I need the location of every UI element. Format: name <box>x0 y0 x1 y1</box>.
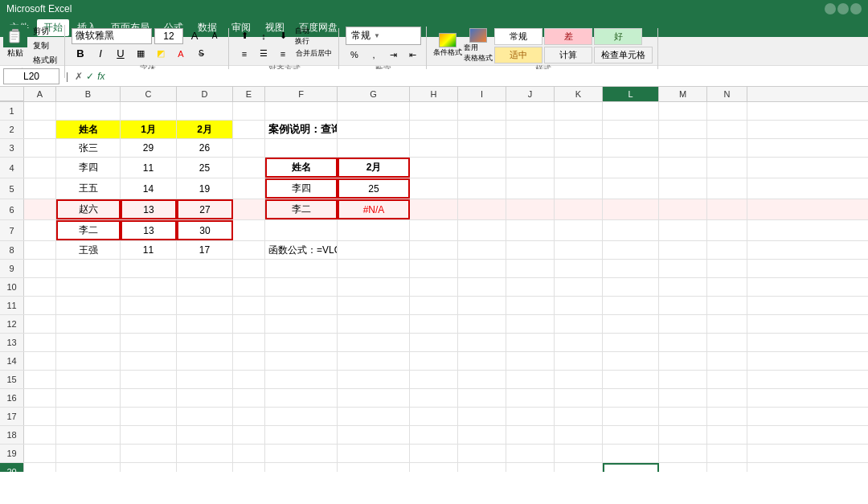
align-bottom-btn[interactable]: ⬇ <box>274 28 292 44</box>
cell-n4[interactable] <box>707 158 747 178</box>
cell-j2[interactable] <box>506 121 555 138</box>
cell-m15[interactable] <box>659 371 707 388</box>
cell-b3[interactable]: 张三 <box>56 139 121 157</box>
row-header-13[interactable]: 13 <box>0 334 24 351</box>
cell-f6[interactable]: 李二 <box>265 199 338 219</box>
cell-k9[interactable] <box>555 260 603 277</box>
cell-j17[interactable] <box>506 408 555 425</box>
cell-c1[interactable] <box>121 102 177 120</box>
cell-n1[interactable] <box>707 102 747 120</box>
cell-k2[interactable] <box>555 121 603 138</box>
cell-m13[interactable] <box>659 334 707 351</box>
cell-e6[interactable] <box>233 199 265 219</box>
col-header-d[interactable]: D <box>177 87 233 101</box>
cell-k16[interactable] <box>555 389 603 407</box>
cell-i5[interactable] <box>458 178 506 199</box>
cell-i6[interactable] <box>458 199 506 219</box>
row-header-16[interactable]: 16 <box>0 389 24 407</box>
cell-a19[interactable] <box>24 445 56 462</box>
cell-n16[interactable] <box>707 389 747 407</box>
cell-a4[interactable] <box>24 158 56 178</box>
cell-e20[interactable] <box>233 463 265 472</box>
decrease-decimal-btn[interactable]: ⇤ <box>403 47 421 63</box>
cell-a5[interactable] <box>24 178 56 199</box>
cell-l11[interactable] <box>603 297 659 314</box>
cell-m19[interactable] <box>659 445 707 462</box>
strikethrough-button[interactable]: S̶ <box>192 46 210 62</box>
cond-format-button[interactable]: 条件格式 <box>433 33 462 58</box>
cell-b10[interactable] <box>56 278 121 296</box>
increase-decimal-btn[interactable]: ⇥ <box>384 47 402 63</box>
cell-b5[interactable]: 王五 <box>56 178 121 199</box>
cell-d12[interactable] <box>177 315 233 333</box>
cell-g9[interactable] <box>338 260 410 277</box>
cell-h11[interactable] <box>410 297 458 314</box>
cell-h5[interactable] <box>410 178 458 199</box>
cell-b12[interactable] <box>56 315 121 333</box>
cell-b11[interactable] <box>56 297 121 314</box>
cell-n2[interactable] <box>707 121 747 138</box>
cell-j5[interactable] <box>506 178 555 199</box>
cell-m6[interactable] <box>659 199 707 219</box>
col-header-m[interactable]: M <box>659 87 707 101</box>
merge-center-button[interactable]: 合并后居中 <box>293 46 334 62</box>
row-header-8[interactable]: 8 <box>0 241 24 259</box>
cell-n8[interactable] <box>707 241 747 259</box>
cell-b18[interactable] <box>56 426 121 444</box>
cell-k18[interactable] <box>555 426 603 444</box>
col-header-g[interactable]: G <box>338 87 410 101</box>
cell-c18[interactable] <box>121 426 177 444</box>
cell-k6[interactable] <box>555 199 603 219</box>
cell-i1[interactable] <box>458 102 506 120</box>
cell-d17[interactable] <box>177 408 233 425</box>
cell-d2[interactable]: 2月 <box>177 121 233 138</box>
col-header-f[interactable]: F <box>265 87 338 101</box>
cell-f17[interactable] <box>265 408 338 425</box>
cell-f4[interactable]: 姓名 <box>265 158 338 178</box>
cell-f8[interactable]: 函数公式：=VLOOKUP(F6,$B$2:$D$8,3,0) <box>265 241 338 259</box>
cell-c12[interactable] <box>121 315 177 333</box>
cell-f3[interactable] <box>265 139 338 157</box>
cell-d16[interactable] <box>177 389 233 407</box>
cell-f7[interactable] <box>265 220 338 240</box>
underline-button[interactable]: U <box>112 46 129 62</box>
style-good[interactable]: 好 <box>594 28 642 45</box>
cell-g20[interactable] <box>338 463 410 472</box>
cell-h4[interactable] <box>410 158 458 178</box>
cell-j4[interactable] <box>506 158 555 178</box>
cell-c20[interactable] <box>121 463 177 472</box>
cell-k4[interactable] <box>555 158 603 178</box>
cell-d18[interactable] <box>177 426 233 444</box>
paste-button[interactable]: 粘贴 <box>3 25 27 67</box>
col-header-n[interactable]: N <box>707 87 747 101</box>
cell-d6[interactable]: 27 <box>177 199 233 219</box>
cell-f14[interactable] <box>265 352 338 370</box>
cell-e13[interactable] <box>233 334 265 351</box>
cell-j13[interactable] <box>506 334 555 351</box>
cell-n19[interactable] <box>707 445 747 462</box>
cell-i7[interactable] <box>458 220 506 240</box>
cell-m14[interactable] <box>659 352 707 370</box>
align-center-btn[interactable]: ☰ <box>255 46 272 62</box>
minimize-btn[interactable] <box>825 3 836 14</box>
cell-b1[interactable] <box>56 102 121 120</box>
cell-g17[interactable] <box>338 408 410 425</box>
col-header-h[interactable]: H <box>410 87 458 101</box>
cell-l7[interactable] <box>603 220 659 240</box>
cell-g2[interactable] <box>338 121 410 138</box>
cell-j6[interactable] <box>506 199 555 219</box>
font-color-button[interactable]: A <box>172 46 190 62</box>
cell-m18[interactable] <box>659 426 707 444</box>
row-header-10[interactable]: 10 <box>0 278 24 296</box>
cell-j12[interactable] <box>506 315 555 333</box>
cell-h15[interactable] <box>410 371 458 388</box>
cell-c13[interactable] <box>121 334 177 351</box>
cell-c9[interactable] <box>121 260 177 277</box>
row-header-17[interactable]: 17 <box>0 408 24 425</box>
cell-l17[interactable] <box>603 408 659 425</box>
cell-g10[interactable] <box>338 278 410 296</box>
cell-i20[interactable] <box>458 463 506 472</box>
cell-h7[interactable] <box>410 220 458 240</box>
cell-g14[interactable] <box>338 352 410 370</box>
cell-k14[interactable] <box>555 352 603 370</box>
